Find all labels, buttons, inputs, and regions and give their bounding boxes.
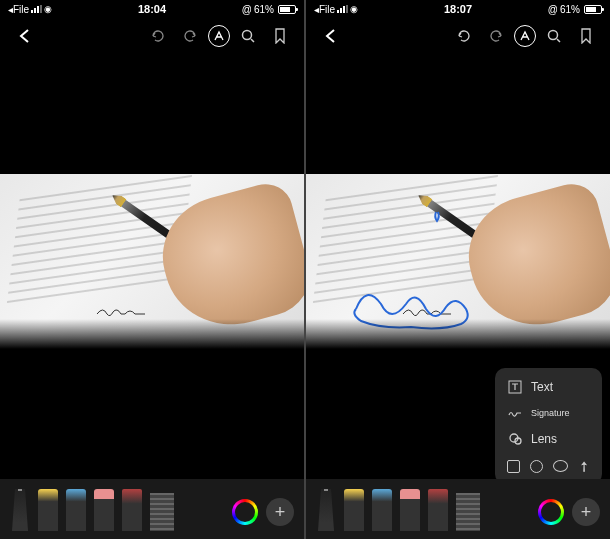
popup-text-option[interactable]: Text (495, 374, 602, 400)
undo-button[interactable] (144, 22, 172, 50)
popup-signature-option[interactable]: Signature (495, 400, 602, 426)
color-picker-button[interactable] (538, 499, 564, 525)
popup-lens-label: Lens (531, 432, 557, 446)
right-screenshot: ◂File ◉ 18:07 @ 61% (306, 0, 610, 539)
top-toolbar (0, 18, 304, 54)
ruler-tool[interactable] (456, 493, 480, 531)
status-bar: ◂File ◉ 18:07 @ 61% (306, 0, 610, 18)
shape-speech-button[interactable] (553, 460, 568, 472)
battery-percent: 61% (254, 4, 274, 15)
bookmark-button[interactable] (266, 22, 294, 50)
add-button[interactable]: + (266, 498, 294, 526)
tool-palette: + (306, 479, 610, 539)
highlighter-yellow-tool[interactable] (38, 489, 58, 531)
left-screenshot: ◂File ◉ 18:04 @ 61% (0, 0, 304, 539)
text-icon (507, 379, 523, 395)
shape-arrow-button[interactable]: ➚ (574, 456, 594, 476)
eraser-tool[interactable] (400, 489, 420, 531)
lens-icon (507, 431, 523, 447)
shape-square-button[interactable] (507, 460, 520, 473)
highlighter-blue-tool[interactable] (66, 489, 86, 531)
undo-button[interactable] (450, 22, 478, 50)
eraser-tool[interactable] (94, 489, 114, 531)
redo-button[interactable] (482, 22, 510, 50)
user-annotation-mark (431, 209, 446, 224)
tool-palette: + (0, 479, 304, 539)
top-toolbar (306, 18, 610, 54)
highlighter-blue-tool[interactable] (372, 489, 392, 531)
signal-icon (337, 5, 348, 13)
document-image (0, 174, 304, 349)
battery-icon (278, 5, 296, 14)
search-button[interactable] (540, 22, 568, 50)
wifi-icon: ◉ (350, 4, 358, 14)
battery-prefix: @ (548, 4, 558, 15)
battery-percent: 61% (560, 4, 580, 15)
ruler-tool[interactable] (150, 493, 174, 531)
back-to-app[interactable]: ◂File (314, 4, 335, 15)
back-button[interactable] (316, 21, 346, 51)
markup-mode-button[interactable] (514, 25, 536, 47)
popup-lens-option[interactable]: Lens (495, 426, 602, 452)
pen-tool[interactable] (316, 489, 336, 531)
back-button[interactable] (10, 21, 40, 51)
redo-button[interactable] (176, 22, 204, 50)
clock: 18:04 (138, 3, 166, 15)
highlighter-yellow-tool[interactable] (344, 489, 364, 531)
color-picker-button[interactable] (232, 499, 258, 525)
status-bar: ◂File ◉ 18:04 @ 61% (0, 0, 304, 18)
shape-circle-button[interactable] (530, 460, 543, 473)
lasso-tool[interactable] (122, 489, 142, 531)
markup-mode-button[interactable] (208, 25, 230, 47)
bookmark-button[interactable] (572, 22, 600, 50)
wifi-icon: ◉ (44, 4, 52, 14)
svg-point-1 (549, 31, 558, 40)
battery-icon (584, 5, 602, 14)
popup-shapes-row: ➚ (495, 452, 602, 478)
signal-icon (31, 5, 42, 13)
pen-tool[interactable] (10, 489, 30, 531)
document-image (306, 174, 610, 349)
clock: 18:07 (444, 3, 472, 15)
document-viewport[interactable] (0, 54, 304, 539)
svg-point-0 (243, 31, 252, 40)
add-button[interactable]: + (572, 498, 600, 526)
popup-signature-label: Signature (531, 408, 570, 418)
search-button[interactable] (234, 22, 262, 50)
battery-prefix: @ (242, 4, 252, 15)
add-popup-menu: Text Signature Lens ➚ (495, 368, 602, 484)
popup-text-label: Text (531, 380, 553, 394)
back-to-app[interactable]: ◂File (8, 4, 29, 15)
signature-icon (507, 405, 523, 421)
lasso-tool[interactable] (428, 489, 448, 531)
